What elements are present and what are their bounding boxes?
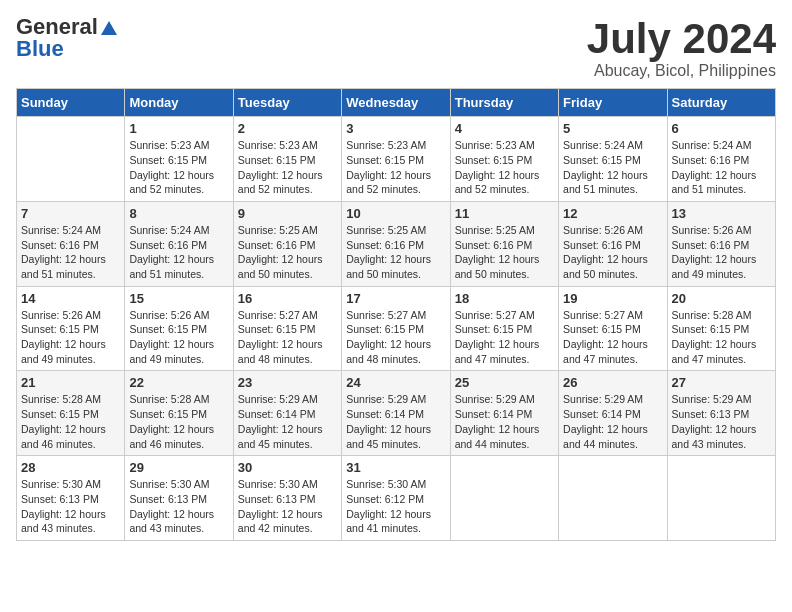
calendar-table: SundayMondayTuesdayWednesdayThursdayFrid… <box>16 88 776 541</box>
day-number: 4 <box>455 121 554 136</box>
day-info: Sunrise: 5:30 AMSunset: 6:13 PMDaylight:… <box>238 477 337 536</box>
header: General Blue July 2024 Abucay, Bicol, Ph… <box>16 16 776 80</box>
day-info: Sunrise: 5:23 AMSunset: 6:15 PMDaylight:… <box>238 138 337 197</box>
day-number: 16 <box>238 291 337 306</box>
day-info: Sunrise: 5:30 AMSunset: 6:13 PMDaylight:… <box>21 477 120 536</box>
day-number: 26 <box>563 375 662 390</box>
col-header-friday: Friday <box>559 89 667 117</box>
day-info: Sunrise: 5:28 AMSunset: 6:15 PMDaylight:… <box>21 392 120 451</box>
day-number: 27 <box>672 375 771 390</box>
calendar-cell: 13Sunrise: 5:26 AMSunset: 6:16 PMDayligh… <box>667 201 775 286</box>
calendar-cell: 7Sunrise: 5:24 AMSunset: 6:16 PMDaylight… <box>17 201 125 286</box>
day-info: Sunrise: 5:23 AMSunset: 6:15 PMDaylight:… <box>346 138 445 197</box>
calendar-cell: 9Sunrise: 5:25 AMSunset: 6:16 PMDaylight… <box>233 201 341 286</box>
calendar-cell: 10Sunrise: 5:25 AMSunset: 6:16 PMDayligh… <box>342 201 450 286</box>
day-number: 8 <box>129 206 228 221</box>
day-info: Sunrise: 5:30 AMSunset: 6:12 PMDaylight:… <box>346 477 445 536</box>
calendar-cell: 20Sunrise: 5:28 AMSunset: 6:15 PMDayligh… <box>667 286 775 371</box>
calendar-cell: 30Sunrise: 5:30 AMSunset: 6:13 PMDayligh… <box>233 456 341 541</box>
day-number: 22 <box>129 375 228 390</box>
calendar-cell: 31Sunrise: 5:30 AMSunset: 6:12 PMDayligh… <box>342 456 450 541</box>
day-info: Sunrise: 5:29 AMSunset: 6:14 PMDaylight:… <box>346 392 445 451</box>
logo-blue-text: Blue <box>16 38 64 60</box>
day-info: Sunrise: 5:28 AMSunset: 6:15 PMDaylight:… <box>672 308 771 367</box>
day-info: Sunrise: 5:25 AMSunset: 6:16 PMDaylight:… <box>238 223 337 282</box>
day-info: Sunrise: 5:26 AMSunset: 6:15 PMDaylight:… <box>21 308 120 367</box>
calendar-cell: 21Sunrise: 5:28 AMSunset: 6:15 PMDayligh… <box>17 371 125 456</box>
day-number: 29 <box>129 460 228 475</box>
col-header-sunday: Sunday <box>17 89 125 117</box>
day-number: 25 <box>455 375 554 390</box>
day-number: 13 <box>672 206 771 221</box>
day-number: 20 <box>672 291 771 306</box>
calendar-cell: 4Sunrise: 5:23 AMSunset: 6:15 PMDaylight… <box>450 117 558 202</box>
calendar-cell: 17Sunrise: 5:27 AMSunset: 6:15 PMDayligh… <box>342 286 450 371</box>
week-row-2: 7Sunrise: 5:24 AMSunset: 6:16 PMDaylight… <box>17 201 776 286</box>
calendar-cell: 8Sunrise: 5:24 AMSunset: 6:16 PMDaylight… <box>125 201 233 286</box>
day-number: 18 <box>455 291 554 306</box>
calendar-cell: 25Sunrise: 5:29 AMSunset: 6:14 PMDayligh… <box>450 371 558 456</box>
day-number: 17 <box>346 291 445 306</box>
calendar-cell <box>559 456 667 541</box>
calendar-cell <box>450 456 558 541</box>
day-info: Sunrise: 5:25 AMSunset: 6:16 PMDaylight:… <box>455 223 554 282</box>
calendar-cell: 24Sunrise: 5:29 AMSunset: 6:14 PMDayligh… <box>342 371 450 456</box>
day-info: Sunrise: 5:29 AMSunset: 6:13 PMDaylight:… <box>672 392 771 451</box>
week-row-1: 1Sunrise: 5:23 AMSunset: 6:15 PMDaylight… <box>17 117 776 202</box>
day-number: 9 <box>238 206 337 221</box>
calendar-cell: 14Sunrise: 5:26 AMSunset: 6:15 PMDayligh… <box>17 286 125 371</box>
day-info: Sunrise: 5:29 AMSunset: 6:14 PMDaylight:… <box>455 392 554 451</box>
calendar-cell: 28Sunrise: 5:30 AMSunset: 6:13 PMDayligh… <box>17 456 125 541</box>
day-info: Sunrise: 5:25 AMSunset: 6:16 PMDaylight:… <box>346 223 445 282</box>
day-number: 14 <box>21 291 120 306</box>
day-info: Sunrise: 5:27 AMSunset: 6:15 PMDaylight:… <box>238 308 337 367</box>
day-number: 19 <box>563 291 662 306</box>
day-info: Sunrise: 5:24 AMSunset: 6:15 PMDaylight:… <box>563 138 662 197</box>
day-number: 6 <box>672 121 771 136</box>
calendar-cell: 2Sunrise: 5:23 AMSunset: 6:15 PMDaylight… <box>233 117 341 202</box>
day-info: Sunrise: 5:23 AMSunset: 6:15 PMDaylight:… <box>455 138 554 197</box>
day-number: 2 <box>238 121 337 136</box>
day-info: Sunrise: 5:27 AMSunset: 6:15 PMDaylight:… <box>346 308 445 367</box>
week-row-3: 14Sunrise: 5:26 AMSunset: 6:15 PMDayligh… <box>17 286 776 371</box>
month-title: July 2024 <box>587 16 776 62</box>
calendar-cell: 11Sunrise: 5:25 AMSunset: 6:16 PMDayligh… <box>450 201 558 286</box>
day-number: 21 <box>21 375 120 390</box>
calendar-cell: 12Sunrise: 5:26 AMSunset: 6:16 PMDayligh… <box>559 201 667 286</box>
calendar-cell: 23Sunrise: 5:29 AMSunset: 6:14 PMDayligh… <box>233 371 341 456</box>
calendar-cell <box>667 456 775 541</box>
day-info: Sunrise: 5:26 AMSunset: 6:16 PMDaylight:… <box>563 223 662 282</box>
calendar-cell: 3Sunrise: 5:23 AMSunset: 6:15 PMDaylight… <box>342 117 450 202</box>
calendar-cell: 15Sunrise: 5:26 AMSunset: 6:15 PMDayligh… <box>125 286 233 371</box>
day-info: Sunrise: 5:27 AMSunset: 6:15 PMDaylight:… <box>455 308 554 367</box>
logo: General Blue <box>16 16 117 60</box>
day-number: 15 <box>129 291 228 306</box>
col-header-wednesday: Wednesday <box>342 89 450 117</box>
calendar-cell: 18Sunrise: 5:27 AMSunset: 6:15 PMDayligh… <box>450 286 558 371</box>
calendar-cell: 26Sunrise: 5:29 AMSunset: 6:14 PMDayligh… <box>559 371 667 456</box>
day-number: 10 <box>346 206 445 221</box>
day-info: Sunrise: 5:26 AMSunset: 6:16 PMDaylight:… <box>672 223 771 282</box>
calendar-cell: 29Sunrise: 5:30 AMSunset: 6:13 PMDayligh… <box>125 456 233 541</box>
calendar-cell: 22Sunrise: 5:28 AMSunset: 6:15 PMDayligh… <box>125 371 233 456</box>
week-row-5: 28Sunrise: 5:30 AMSunset: 6:13 PMDayligh… <box>17 456 776 541</box>
calendar-cell: 1Sunrise: 5:23 AMSunset: 6:15 PMDaylight… <box>125 117 233 202</box>
calendar-cell: 5Sunrise: 5:24 AMSunset: 6:15 PMDaylight… <box>559 117 667 202</box>
week-row-4: 21Sunrise: 5:28 AMSunset: 6:15 PMDayligh… <box>17 371 776 456</box>
logo-general-text: General <box>16 16 117 38</box>
day-number: 24 <box>346 375 445 390</box>
day-info: Sunrise: 5:24 AMSunset: 6:16 PMDaylight:… <box>21 223 120 282</box>
day-number: 28 <box>21 460 120 475</box>
day-number: 23 <box>238 375 337 390</box>
day-number: 31 <box>346 460 445 475</box>
day-info: Sunrise: 5:23 AMSunset: 6:15 PMDaylight:… <box>129 138 228 197</box>
day-info: Sunrise: 5:29 AMSunset: 6:14 PMDaylight:… <box>238 392 337 451</box>
col-header-tuesday: Tuesday <box>233 89 341 117</box>
calendar-cell: 6Sunrise: 5:24 AMSunset: 6:16 PMDaylight… <box>667 117 775 202</box>
day-info: Sunrise: 5:24 AMSunset: 6:16 PMDaylight:… <box>129 223 228 282</box>
col-header-saturday: Saturday <box>667 89 775 117</box>
location-title: Abucay, Bicol, Philippines <box>587 62 776 80</box>
day-info: Sunrise: 5:26 AMSunset: 6:15 PMDaylight:… <box>129 308 228 367</box>
day-info: Sunrise: 5:27 AMSunset: 6:15 PMDaylight:… <box>563 308 662 367</box>
calendar-cell <box>17 117 125 202</box>
